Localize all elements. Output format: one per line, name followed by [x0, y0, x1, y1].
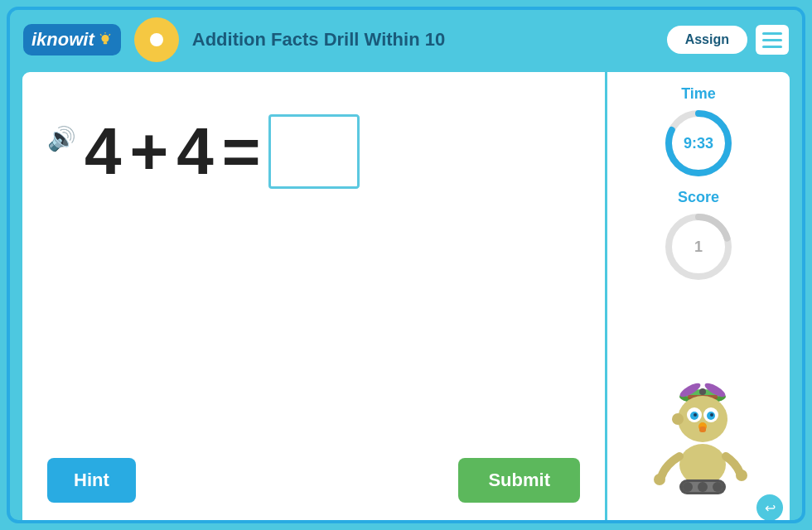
svg-line-3 [100, 34, 102, 36]
score-label: Score [678, 189, 719, 206]
svg-point-24 [672, 413, 684, 425]
svg-point-26 [654, 474, 665, 485]
left-panel: 🔊 4 + 4 = Hint Submit [22, 72, 605, 523]
back-button[interactable]: ↩ [756, 494, 783, 521]
question-area: 🔊 4 + 4 = [47, 97, 580, 458]
lesson-icon [134, 17, 179, 62]
menu-bar-2 [762, 39, 782, 41]
svg-rect-1 [104, 42, 108, 44]
lesson-icon-inner [150, 33, 163, 46]
right-panel: Time 9:33 Score [607, 72, 790, 523]
robot-section [636, 292, 761, 514]
assign-button[interactable]: Assign [667, 26, 747, 54]
menu-button[interactable] [756, 25, 789, 55]
svg-point-25 [679, 444, 726, 485]
submit-button[interactable]: Submit [458, 458, 580, 503]
bulb-icon [98, 32, 113, 47]
svg-point-13 [699, 388, 706, 395]
answer-input[interactable] [281, 123, 347, 181]
answer-box[interactable] [268, 114, 360, 189]
svg-point-32 [713, 482, 723, 492]
timer-section: Time 9:33 [661, 85, 736, 181]
svg-line-4 [109, 34, 110, 36]
logo: iknowit [23, 24, 121, 55]
lesson-title: Addition Facts Drill Within 10 [192, 29, 654, 51]
menu-bar-3 [762, 46, 782, 48]
equals-sign: = [222, 113, 261, 190]
svg-point-0 [101, 35, 109, 42]
robot-character [636, 373, 761, 506]
timer-circle: 9:33 [661, 106, 736, 181]
header-actions: Assign [667, 25, 789, 55]
svg-point-15 [678, 396, 727, 442]
svg-point-30 [683, 482, 693, 492]
logo-text: iknowit [31, 29, 94, 51]
main-container: 🔊 4 + 4 = Hint Submit [20, 70, 792, 523]
operand1: 4 [85, 113, 122, 190]
score-section: Score 1 [661, 189, 736, 284]
plus-sign: + [130, 113, 169, 190]
back-icon: ↩ [765, 500, 776, 516]
header: iknowit Addition Facts Drill Within 10 A… [10, 10, 802, 70]
timer-value: 9:33 [684, 135, 713, 152]
sound-icon[interactable]: 🔊 [47, 125, 76, 152]
hint-button[interactable]: Hint [47, 458, 136, 503]
time-label: Time [681, 85, 716, 103]
score-circle: 1 [661, 210, 736, 284]
svg-point-20 [694, 413, 697, 417]
svg-point-27 [736, 470, 747, 481]
operand2: 4 [176, 113, 214, 190]
bottom-buttons: Hint Submit [47, 458, 580, 511]
svg-point-31 [698, 482, 708, 492]
svg-point-21 [710, 413, 713, 417]
menu-bar-1 [762, 32, 782, 35]
score-value: 1 [694, 238, 703, 256]
math-equation: 4 + 4 = [85, 113, 360, 190]
svg-rect-23 [699, 426, 706, 432]
